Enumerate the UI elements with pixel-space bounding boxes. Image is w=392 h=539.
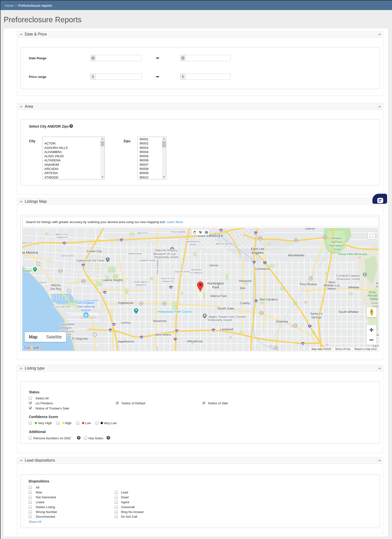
svg-text:South Gate: South Gate (217, 307, 234, 310)
svg-text:Rose Hills Mortuary: Rose Hills Mortuary (338, 252, 367, 256)
svg-text:Beach: Beach (23, 269, 32, 273)
svg-text:105: 105 (109, 329, 112, 332)
svg-text:42: 42 (294, 324, 297, 327)
svg-text:105: 105 (175, 330, 178, 332)
svg-text:Bell: Bell (240, 287, 245, 290)
svg-text:PARK MESA: PARK MESA (134, 281, 148, 283)
svg-text:Dockweiler: Dockweiler (59, 322, 75, 326)
svg-text:19: 19 (274, 347, 277, 349)
svg-text:PLAYA DEL REY: PLAYA DEL REY (53, 306, 71, 308)
svg-text:International: International (77, 305, 95, 308)
svg-text:Trailhe: Trailhe (369, 297, 378, 301)
svg-text:Nietos: Nietos (327, 287, 336, 290)
svg-text:42: 42 (163, 302, 166, 305)
svg-text:PICO UNION: PICO UNION (171, 231, 185, 233)
svg-text:60: 60 (259, 237, 261, 240)
svg-text:Lennox: Lennox (121, 321, 131, 324)
svg-text:Hawthorne: Hawthorne (118, 340, 134, 343)
svg-text:ANGELES: ANGELES (56, 236, 68, 239)
svg-text:710: 710 (253, 262, 256, 264)
svg-text:60: 60 (295, 239, 297, 241)
svg-text:Natural History: Natural History (155, 248, 177, 252)
svg-text:VENICE: VENICE (38, 281, 47, 284)
svg-text:Beach: Beach (62, 326, 71, 330)
svg-text:ALAMEDA: ALAMEDA (190, 272, 202, 274)
svg-text:Los Angeles: Los Angeles (77, 301, 95, 305)
svg-text:Willowbrook: Willowbrook (187, 340, 203, 343)
svg-text:Museum of Los...: Museum of Los... (153, 252, 179, 256)
svg-text:ANGELES: ANGELES (162, 280, 174, 283)
svg-text:Westmont: Westmont (153, 319, 167, 323)
svg-text:42: 42 (140, 302, 143, 305)
svg-text:Del Rey: Del Rey (50, 287, 61, 291)
svg-text:5: 5 (309, 325, 310, 328)
svg-text:187: 187 (59, 270, 62, 272)
svg-text:Whittier: Whittier (331, 236, 342, 240)
svg-text:Maywood: Maywood (239, 279, 251, 283)
svg-text:405: 405 (82, 264, 85, 267)
svg-text:ta Monica: ta Monica (22, 250, 38, 254)
svg-text:Arroy: Arroy (368, 290, 376, 294)
svg-text:MAR VISTA: MAR VISTA (61, 255, 74, 257)
svg-text:Hs: Hs (376, 282, 379, 285)
svg-text:West: West (328, 281, 335, 284)
svg-text:Area: Area (333, 247, 340, 251)
svg-text:Tempor: Tempor (371, 302, 379, 305)
svg-text:110: 110 (169, 287, 172, 289)
svg-text:PARK: PARK (190, 243, 196, 246)
svg-text:Temporarily closed: Temporarily closed (207, 318, 232, 322)
svg-text:Narrows: Narrows (331, 240, 343, 244)
svg-text:CRENSHAW: CRENSHAW (128, 252, 142, 255)
svg-text:Huntington: Huntington (207, 281, 224, 285)
svg-text:10: 10 (120, 239, 123, 241)
svg-text:60: 60 (324, 236, 326, 239)
svg-text:East Los: East Los (251, 247, 264, 251)
svg-text:105: 105 (140, 336, 143, 339)
svg-text:HEIGHTS: HEIGHTS (135, 284, 146, 286)
svg-text:LEIMERT PARK: LEIMERT PARK (138, 259, 156, 262)
svg-text:405: 405 (112, 324, 116, 326)
svg-text:Temporarily closed: Temporarily closed (336, 277, 360, 280)
svg-text:CENTRAL: CENTRAL (191, 269, 202, 271)
svg-text:110: 110 (174, 339, 177, 341)
svg-text:Santa Fe: Santa Fe (310, 312, 323, 315)
svg-text:Pescad: Pescad (368, 294, 377, 297)
svg-text:105: 105 (301, 343, 305, 345)
svg-text:Inglewood: Inglewood (118, 301, 133, 305)
svg-text:Marina: Marina (51, 284, 60, 287)
svg-text:Culver City: Culver City (87, 250, 102, 253)
svg-text:Google: Google (24, 345, 39, 350)
svg-text:South Whittier: South Whittier (339, 310, 359, 314)
svg-text:UNIVERSITY: UNIVERSITY (186, 240, 200, 243)
svg-text:Commerce: Commerce (254, 267, 269, 271)
svg-text:MID CITY: MID CITY (137, 232, 148, 234)
svg-text:Watts Towers Arts Center: Watts Towers Arts Center (209, 315, 246, 319)
svg-text:Springs: Springs (311, 316, 321, 319)
svg-text:Lynwood: Lynwood (220, 327, 233, 331)
svg-text:BOYLE HEIGHTS: BOYLE HEIGHTS (216, 243, 236, 245)
svg-text:710: 710 (255, 300, 258, 302)
svg-text:Ladera Heights: Ladera Heights (103, 278, 123, 282)
svg-text:Cudahy: Cudahy (240, 301, 250, 305)
svg-text:Pico Rivera: Pico Rivera (300, 282, 317, 286)
svg-text:Bell Gardens: Bell Gardens (260, 298, 278, 301)
svg-text:10: 10 (63, 242, 66, 245)
svg-text:405: 405 (103, 292, 107, 294)
svg-text:1: 1 (94, 334, 95, 336)
svg-text:Inglewood Oil Field: Inglewood Oil Field (76, 259, 104, 262)
svg-text:710: 710 (254, 232, 258, 234)
svg-text:19: 19 (309, 277, 312, 280)
svg-text:Walnut Park: Walnut Park (210, 294, 227, 298)
svg-text:Whittier-Los: Whittier-Los (324, 284, 340, 287)
svg-text:Turnbull Canyon: Turnbull Canyon (336, 274, 360, 277)
svg-text:S W: S W (156, 347, 159, 351)
svg-text:1: 1 (38, 263, 39, 265)
svg-text:Airport: Airport (81, 308, 91, 312)
svg-text:Ten: Ten (376, 285, 379, 288)
svg-text:Hollywood Park Casino: Hollywood Park Casino (158, 310, 192, 313)
svg-text:SOUTH PARK: SOUTH PARK (175, 271, 190, 273)
svg-text:Angeles: Angeles (251, 251, 264, 255)
svg-text:Recreation: Recreation (329, 244, 344, 247)
svg-text:S Western Ave: S Western Ave (156, 257, 159, 274)
svg-text:5: 5 (264, 262, 266, 264)
